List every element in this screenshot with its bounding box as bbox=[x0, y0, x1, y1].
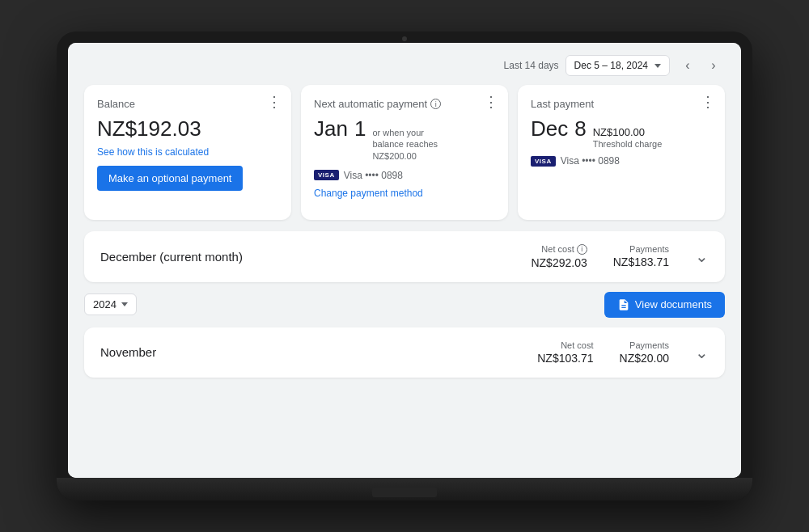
december-expand-icon[interactable]: ⌄ bbox=[695, 247, 709, 266]
november-month-name: November bbox=[100, 345, 156, 359]
next-payment-visa-badge: VISA bbox=[314, 170, 339, 180]
document-icon bbox=[617, 298, 630, 311]
next-payment-month: Jan bbox=[314, 116, 348, 141]
next-payment-visa-row: VISA Visa •••• 0898 bbox=[314, 170, 495, 181]
next-arrow[interactable]: › bbox=[702, 54, 725, 77]
nav-arrows: ‹ › bbox=[676, 54, 725, 77]
date-range-selector[interactable]: Dec 5 – 18, 2024 bbox=[565, 55, 670, 76]
december-net-cost-col: Net cost i NZ$292.03 bbox=[531, 244, 587, 269]
last-payment-date: Dec 8 NZ$100.00 Threshold charge bbox=[531, 116, 712, 149]
change-payment-method-link[interactable]: Change payment method bbox=[314, 188, 495, 199]
next-payment-day: 1 bbox=[354, 116, 366, 141]
balance-link[interactable]: See how this is calculated bbox=[97, 146, 278, 158]
last-payment-amount: NZ$100.00 bbox=[593, 126, 663, 138]
last-payment-month: Dec bbox=[531, 116, 568, 141]
last-payment-type: Threshold charge bbox=[593, 139, 663, 149]
december-payments-value: NZ$183.71 bbox=[613, 255, 669, 268]
november-net-cost-col: Net cost NZ$103.71 bbox=[537, 340, 593, 365]
last-payment-detail: NZ$100.00 Threshold charge bbox=[593, 126, 663, 149]
november-payments-col: Payments NZ$20.00 bbox=[620, 340, 669, 365]
last-payment-day: 8 bbox=[574, 116, 586, 141]
year-selector[interactable]: 2024 bbox=[84, 293, 137, 315]
november-month-right: Net cost NZ$103.71 Payments NZ$20.00 ⌄ bbox=[537, 340, 709, 365]
balance-card: Balance ⋮ NZ$192.03 See how this is calc… bbox=[84, 85, 291, 220]
balance-card-title: Balance bbox=[97, 98, 278, 110]
laptop-screen: Last 14 days Dec 5 – 18, 2024 ‹ › Balanc… bbox=[68, 43, 741, 478]
next-payment-info-icon[interactable]: i bbox=[430, 99, 441, 109]
november-payments-value: NZ$20.00 bbox=[620, 352, 669, 365]
december-month-right: Net cost i NZ$292.03 Payments NZ$183.71 … bbox=[531, 244, 709, 269]
december-section: December (current month) Net cost i NZ$2… bbox=[68, 231, 741, 282]
last-payment-visa-number: Visa •••• 0898 bbox=[561, 155, 620, 167]
november-expand-icon[interactable]: ⌄ bbox=[695, 343, 709, 362]
chevron-down-icon bbox=[654, 64, 661, 68]
last-payment-title: Last payment bbox=[531, 98, 712, 110]
next-payment-card-menu[interactable]: ⋮ bbox=[484, 95, 498, 109]
last-payment-card-menu[interactable]: ⋮ bbox=[701, 95, 715, 109]
date-range-label: Last 14 days bbox=[504, 60, 559, 71]
camera-dot bbox=[402, 36, 407, 41]
net-cost-info-icon[interactable]: i bbox=[577, 244, 587, 255]
november-payments-label: Payments bbox=[629, 340, 669, 350]
balance-amount: NZ$192.03 bbox=[97, 116, 278, 141]
november-net-cost-label: Net cost bbox=[561, 340, 593, 350]
laptop-bottom bbox=[57, 478, 752, 500]
next-payment-date: Jan 1 or when your balance reaches NZ$20… bbox=[314, 116, 495, 162]
last-payment-visa-row: VISA Visa •••• 0898 bbox=[531, 155, 712, 167]
date-range-value: Dec 5 – 18, 2024 bbox=[574, 60, 648, 71]
view-documents-button[interactable]: View documents bbox=[604, 292, 725, 318]
cards-row: Balance ⋮ NZ$192.03 See how this is calc… bbox=[68, 85, 741, 231]
next-payment-visa-number: Visa •••• 0898 bbox=[344, 170, 403, 181]
screen-content: Last 14 days Dec 5 – 18, 2024 ‹ › Balanc… bbox=[68, 43, 741, 478]
last-payment-visa-badge: VISA bbox=[531, 156, 556, 167]
december-month-name: December (current month) bbox=[100, 250, 243, 264]
prev-arrow[interactable]: ‹ bbox=[676, 54, 699, 77]
year-chevron-icon bbox=[121, 302, 128, 306]
view-documents-label: View documents bbox=[635, 298, 712, 310]
november-month-row: November Net cost NZ$103.71 Payments NZ$… bbox=[84, 327, 725, 378]
next-payment-desc: or when your balance reaches NZ$200.00 bbox=[372, 127, 453, 162]
december-net-cost-value: NZ$292.03 bbox=[531, 256, 587, 269]
year-value: 2024 bbox=[93, 298, 116, 310]
laptop-frame: Last 14 days Dec 5 – 18, 2024 ‹ › Balanc… bbox=[57, 32, 752, 500]
next-payment-title: Next automatic payment i bbox=[314, 98, 495, 110]
november-net-cost-value: NZ$103.71 bbox=[537, 352, 593, 365]
last-payment-card: Last payment ⋮ Dec 8 NZ$100.00 Threshold… bbox=[518, 85, 725, 220]
balance-card-menu[interactable]: ⋮ bbox=[267, 95, 282, 109]
december-net-cost-label: Net cost i bbox=[541, 244, 587, 255]
december-month-row: December (current month) Net cost i NZ$2… bbox=[84, 231, 725, 282]
next-payment-card: Next automatic payment i ⋮ Jan 1 or when… bbox=[301, 85, 508, 220]
top-bar: Last 14 days Dec 5 – 18, 2024 ‹ › bbox=[68, 43, 741, 85]
trackpad bbox=[372, 488, 437, 497]
optional-payment-button[interactable]: Make an optional payment bbox=[97, 166, 243, 191]
year-row: 2024 View documents bbox=[68, 292, 741, 327]
december-payments-label: Payments bbox=[629, 244, 669, 254]
december-payments-col: Payments NZ$183.71 bbox=[613, 244, 669, 268]
november-section: November Net cost NZ$103.71 Payments NZ$… bbox=[68, 327, 741, 378]
